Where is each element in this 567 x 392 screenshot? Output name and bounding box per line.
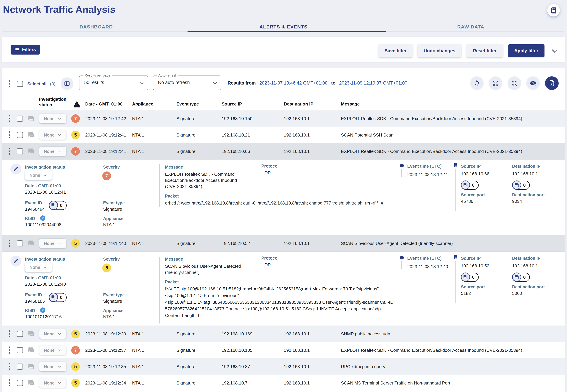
row-kebab-icon[interactable] xyxy=(9,347,10,354)
row-comments-icon[interactable] xyxy=(28,132,35,139)
filters-button[interactable]: Filters xyxy=(11,45,40,55)
hide-button[interactable] xyxy=(526,76,540,90)
row-kebab-icon[interactable] xyxy=(9,148,10,155)
investigation-status-dropdown[interactable]: None xyxy=(39,130,66,140)
refresh-button[interactable] xyxy=(470,76,484,90)
expand-all-button[interactable] xyxy=(489,76,502,90)
row-checkbox[interactable] xyxy=(17,115,23,122)
row-comments-icon[interactable] xyxy=(28,115,35,122)
row-comments-icon[interactable] xyxy=(28,363,35,370)
severity-badge: 7 xyxy=(71,346,80,354)
col-header-appliance[interactable]: Appliance xyxy=(132,101,153,107)
col-header-investigation-status[interactable]: Investigation status xyxy=(39,97,75,108)
row-checkbox[interactable] xyxy=(17,240,23,246)
active-tab-indicator xyxy=(187,31,386,32)
row-kebab-icon[interactable] xyxy=(9,379,10,386)
row-checkbox[interactable] xyxy=(17,132,23,138)
detail-destination-port-label: Destination port xyxy=(512,284,545,289)
tab-alerts-events[interactable]: ALERTS & EVENTS xyxy=(190,22,377,32)
row-checkbox[interactable] xyxy=(17,331,23,337)
detail-event-id-value: 19468494 xyxy=(25,207,45,212)
event-id-comments-pill[interactable]: 0 xyxy=(49,201,67,210)
table-row[interactable]: None52023-11-08 19:12:35NTA 1Signature19… xyxy=(2,358,565,375)
table-row[interactable]: None52023-11-08 19:12:41NTA 1Signature19… xyxy=(2,127,565,143)
col-header-source-ip[interactable]: Source IP xyxy=(222,101,242,107)
investigation-status-dropdown[interactable]: None xyxy=(39,114,66,123)
kbid-help-icon[interactable]: ? xyxy=(40,215,45,221)
results-to-datetime[interactable]: 2023-11-09 12:19:37 GMT+01:00 xyxy=(339,81,407,85)
row-kebab-icon[interactable] xyxy=(9,330,10,337)
undo-changes-button[interactable]: Undo changes xyxy=(418,44,461,57)
investigation-status-dropdown[interactable]: None xyxy=(25,263,52,272)
source-ip-comments-pill[interactable]: 0 xyxy=(461,181,479,190)
table-row[interactable]: None72023-11-08 19:12:37NTA 1Signature19… xyxy=(2,342,565,358)
select-all-label[interactable]: Select all xyxy=(27,81,46,87)
cell-date: 2023-11-08 19:12:35 xyxy=(85,364,126,369)
col-header-destination-ip[interactable]: Destination IP xyxy=(284,101,313,107)
marker-button[interactable] xyxy=(10,256,21,266)
source-ip-comments-pill[interactable]: 0 xyxy=(461,273,479,282)
investigation-status-dropdown[interactable]: None xyxy=(39,346,66,355)
row-comments-icon[interactable] xyxy=(28,148,35,155)
table-row[interactable]: None72023-11-08 19:12:42NTA 1Signature19… xyxy=(2,111,565,127)
results-per-page-select[interactable]: Results per page 50 results xyxy=(79,75,148,90)
expand-filters-chevron-icon[interactable] xyxy=(550,46,559,56)
row-checkbox[interactable] xyxy=(17,148,23,154)
row-kebab-icon[interactable] xyxy=(9,240,10,247)
collapse-all-button[interactable] xyxy=(508,76,521,90)
export-button[interactable] xyxy=(545,76,559,90)
row-comments-icon[interactable] xyxy=(28,347,35,354)
investigation-status-dropdown[interactable]: None xyxy=(39,362,66,371)
cell-appliance: NTA 1 xyxy=(132,132,144,138)
severity-column-warning-icon[interactable] xyxy=(73,100,81,108)
save-filter-button[interactable]: Save filter xyxy=(379,44,413,57)
destination-ip-comments-pill[interactable]: 0 xyxy=(512,273,530,282)
table-row[interactable]: None52023-11-08 19:12:39NTA 1Signature19… xyxy=(2,326,565,342)
table-row[interactable]: None52023-11-08 19:12:34NTA 1Signature19… xyxy=(2,375,565,391)
row-comments-icon[interactable] xyxy=(28,379,35,387)
investigation-status-dropdown[interactable]: None xyxy=(39,238,66,248)
tab-dashboard[interactable]: DASHBOARD xyxy=(2,22,190,32)
table-row[interactable]: None52023-11-08 19:12:40NTA 1Signature19… xyxy=(2,235,565,252)
row-kebab-icon[interactable] xyxy=(9,115,10,122)
table-header: Investigation status Date - GMT+01:00 Ap… xyxy=(2,94,565,111)
event-id-comments-pill[interactable]: 0 xyxy=(49,293,67,302)
results-from-datetime[interactable]: 2023-11-07 13:46:42 GMT+01:00 xyxy=(259,81,328,85)
investigation-status-dropdown[interactable]: None xyxy=(39,147,66,156)
cell-date: 2023-11-08 19:12:41 xyxy=(85,149,126,154)
destination-ip-comments-pill[interactable]: 0 xyxy=(512,181,530,190)
tab-raw-data[interactable]: RAW DATA xyxy=(377,22,565,32)
col-header-date[interactable]: Date - GMT+01:00 xyxy=(85,101,123,107)
detail-destination-port-label: Destination port xyxy=(512,192,545,197)
row-comments-icon[interactable] xyxy=(28,240,35,247)
investigation-status-dropdown[interactable]: None xyxy=(39,378,66,388)
row-kebab-icon[interactable] xyxy=(9,131,10,138)
reset-filter-button[interactable]: Reset filter xyxy=(467,44,503,57)
auto-refresh-select[interactable]: Auto-refresh No auto refresh xyxy=(153,75,221,90)
row-checkbox[interactable] xyxy=(17,364,23,370)
detail-event-type-label: Event type xyxy=(103,200,125,205)
investigation-status-dropdown[interactable]: None xyxy=(39,329,66,339)
row-checkbox[interactable] xyxy=(17,380,23,386)
col-header-message[interactable]: Message xyxy=(341,101,360,107)
table-row[interactable]: None72023-11-08 19:12:41NTA 1Signature19… xyxy=(2,143,565,160)
kbid-help-icon[interactable]: ? xyxy=(40,308,45,313)
row-comments-icon[interactable] xyxy=(28,330,35,338)
cell-date: 2023-11-08 19:12:39 xyxy=(85,331,126,336)
row-kebab-icon[interactable] xyxy=(9,363,10,370)
row-checkbox[interactable] xyxy=(17,347,23,353)
investigation-status-value: None xyxy=(44,241,55,246)
select-all-checkbox[interactable] xyxy=(17,81,23,87)
investigation-status-dropdown[interactable]: None xyxy=(25,170,52,180)
detail-date-value: 2023-11-08 18:12:41 xyxy=(25,190,66,195)
column-settings-button[interactable] xyxy=(61,77,73,90)
toolbar-kebab-icon[interactable] xyxy=(9,80,10,87)
apply-filter-button[interactable]: Apply filter xyxy=(508,44,544,57)
cell-source-ip: 192.168.10.169 xyxy=(222,331,253,336)
auto-refresh-value: No auto refresh xyxy=(158,80,190,85)
knowledge-base-button[interactable] xyxy=(547,4,560,16)
marker-button[interactable] xyxy=(10,164,21,175)
cell-appliance: NTA 1 xyxy=(132,331,144,336)
col-header-event-type[interactable]: Event type xyxy=(176,101,199,107)
detail-appliance-value: NTA 1 xyxy=(103,314,115,319)
